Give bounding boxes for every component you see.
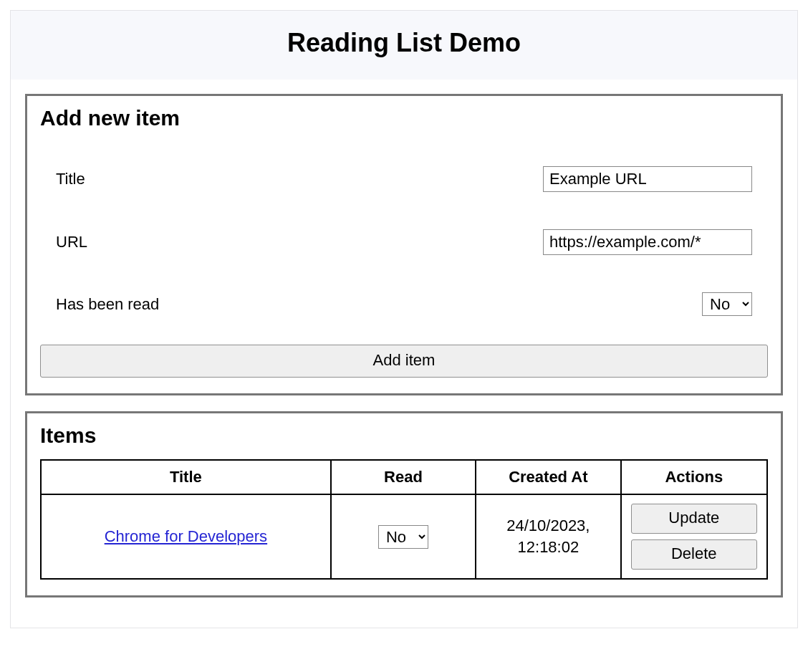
update-button[interactable]: Update <box>631 504 757 534</box>
add-item-heading: Add new item <box>40 106 768 130</box>
has-been-read-row: Has been read No Yes <box>56 274 752 335</box>
items-header-row: Title Read Created At Actions <box>41 460 767 494</box>
url-label: URL <box>56 233 87 251</box>
col-header-read: Read <box>331 460 476 494</box>
item-title-cell: Chrome for Developers <box>41 494 331 579</box>
add-item-panel: Add new item Title URL Has been read No … <box>25 94 783 395</box>
item-read-cell: No Yes <box>331 494 476 579</box>
delete-button[interactable]: Delete <box>631 539 757 570</box>
items-table: Title Read Created At Actions Chrome for… <box>40 459 768 580</box>
item-actions-cell: Update Delete <box>621 494 767 579</box>
app-frame: Reading List Demo Add new item Title URL… <box>10 10 798 628</box>
col-header-created-at: Created At <box>476 460 620 494</box>
has-been-read-label: Has been read <box>56 295 159 314</box>
page-title: Reading List Demo <box>19 28 789 58</box>
content: Add new item Title URL Has been read No … <box>11 80 797 628</box>
item-created-at-cell: 24/10/2023, 12:18:02 <box>476 494 620 579</box>
add-item-form: Title URL Has been read No Yes <box>40 142 768 342</box>
has-been-read-select[interactable]: No Yes <box>702 292 752 316</box>
title-row: Title <box>56 148 752 211</box>
item-created-at: 24/10/2023, 12:18:02 <box>485 515 611 557</box>
url-row: URL <box>56 211 752 274</box>
item-title-link[interactable]: Chrome for Developers <box>105 527 267 545</box>
items-panel: Items Title Read Created At Actions Chro… <box>25 411 783 597</box>
col-header-title: Title <box>41 460 331 494</box>
title-label: Title <box>56 170 85 188</box>
header: Reading List Demo <box>11 11 797 80</box>
url-input[interactable] <box>543 229 752 255</box>
table-row: Chrome for Developers No Yes 24/10/2023,… <box>41 494 767 579</box>
item-read-select[interactable]: No Yes <box>378 525 428 549</box>
items-heading: Items <box>40 423 768 448</box>
add-item-button[interactable]: Add item <box>40 345 768 378</box>
title-input[interactable] <box>543 166 752 192</box>
col-header-actions: Actions <box>621 460 767 494</box>
